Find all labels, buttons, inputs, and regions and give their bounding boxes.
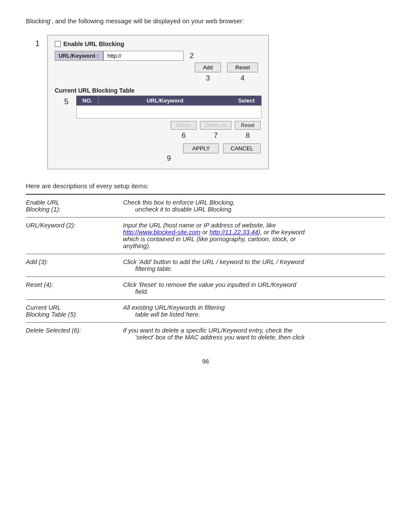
desc-term-5: Current URLBlocking Table (5): bbox=[26, 300, 123, 323]
desc-term-3: Add (3): bbox=[26, 254, 123, 277]
add-reset-row: Add 3 Reset 4 bbox=[55, 62, 262, 83]
desc-def-2: Input the URL (host name or IP address o… bbox=[123, 218, 385, 254]
url-keyword-input[interactable] bbox=[103, 51, 184, 61]
apply-button[interactable]: APPLY bbox=[183, 143, 219, 153]
table-header: NO. URL/Keyword Select bbox=[76, 96, 262, 106]
reset-button[interactable]: Reset bbox=[227, 62, 258, 72]
desc-row-3: Add (3): Click 'Add' button to add the U… bbox=[26, 254, 385, 277]
enable-checkbox[interactable] bbox=[55, 41, 61, 47]
reset-col: Reset 4 bbox=[227, 62, 258, 83]
enable-label: Enable URL Blocking bbox=[63, 40, 124, 47]
url-keyword-label: URL/Keyword : bbox=[55, 51, 103, 61]
add-button[interactable]: Add bbox=[195, 62, 221, 72]
here-text: Here are descriptions of every setup ite… bbox=[26, 182, 385, 190]
label-5: 5 bbox=[55, 96, 76, 106]
col-no: NO. bbox=[76, 96, 99, 106]
desc-term-4: Reset (4): bbox=[26, 277, 123, 300]
ui-panel: Enable URL Blocking URL/Keyword : 2 Add … bbox=[47, 35, 269, 169]
label-7: 7 bbox=[214, 131, 218, 140]
label-2: 2 bbox=[190, 52, 193, 60]
cancel-col: CANCEL bbox=[223, 143, 261, 153]
link-ip[interactable]: http://11.22.33.44 bbox=[209, 229, 258, 236]
apply-cancel-row: APPLY CANCEL bbox=[76, 143, 262, 153]
col-url: URL/Keyword bbox=[99, 96, 231, 106]
label-1: 1 bbox=[26, 35, 47, 48]
desc-term-1: Enable URLBlocking (1): bbox=[26, 194, 123, 218]
desc-term-2: URL/Keyword (2): bbox=[26, 218, 123, 254]
enable-row: Enable URL Blocking bbox=[55, 40, 262, 47]
desc-def-1: Check this box to enforce URL Blocking, … bbox=[123, 194, 385, 218]
desc-row-5: Current URLBlocking Table (5): All exist… bbox=[26, 300, 385, 323]
desc-row-1: Enable URLBlocking (1): Check this box t… bbox=[26, 194, 385, 218]
add-col: Add 3 bbox=[195, 62, 221, 83]
desc-def-5: All existing URL/Keywords in filtering t… bbox=[123, 300, 385, 323]
delete-all-button[interactable]: Delete All bbox=[200, 121, 231, 130]
col-select: Select bbox=[231, 96, 262, 106]
desc-row-2: URL/Keyword (2): Input the URL (host nam… bbox=[26, 218, 385, 254]
reset-table-col: Reset 8 bbox=[235, 121, 261, 140]
table-body bbox=[76, 106, 262, 118]
desc-def-6: If you want to delete a specific URL/Key… bbox=[123, 323, 385, 345]
delete-col: Delete 6 bbox=[171, 121, 196, 140]
delete-all-col: Delete All 7 bbox=[200, 121, 231, 140]
link-blocked-site[interactable]: http://www.blocked-site.com bbox=[123, 229, 201, 236]
desc-row-6: Delete Selected (6): If you want to dele… bbox=[26, 323, 385, 345]
apply-col: APPLY bbox=[183, 143, 219, 153]
delete-row: Delete 6 Delete All 7 Reset 8 bbox=[76, 121, 262, 140]
desc-table: Enable URLBlocking (1): Check this box t… bbox=[26, 194, 385, 345]
label-4: 4 bbox=[240, 74, 244, 83]
desc-term-6: Delete Selected (6): bbox=[26, 323, 123, 345]
label-8: 8 bbox=[246, 131, 249, 140]
page-number: 98 bbox=[26, 358, 385, 365]
desc-def-3: Click 'Add' button to add the URL / keyw… bbox=[123, 254, 385, 277]
url-table: NO. URL/Keyword Select Delete 6 Delete A… bbox=[76, 96, 262, 163]
table-area: 5 NO. URL/Keyword Select Delete 6 Delete… bbox=[55, 96, 262, 163]
cancel-button[interactable]: CANCEL bbox=[223, 143, 261, 153]
current-table-label: Current URL Blocking Table bbox=[55, 87, 262, 94]
url-keyword-row: URL/Keyword : 2 bbox=[55, 51, 262, 61]
delete-button[interactable]: Delete bbox=[171, 121, 196, 130]
intro-text: Blocking', and the following message wil… bbox=[26, 17, 385, 25]
label-9: 9 bbox=[76, 154, 262, 163]
label-3: 3 bbox=[206, 74, 210, 83]
reset-table-button[interactable]: Reset bbox=[235, 121, 261, 130]
label-6: 6 bbox=[182, 131, 186, 140]
desc-row-4: Reset (4): Click 'Reset' to remove the v… bbox=[26, 277, 385, 300]
desc-def-4: Click 'Reset' to remove the value you in… bbox=[123, 277, 385, 300]
